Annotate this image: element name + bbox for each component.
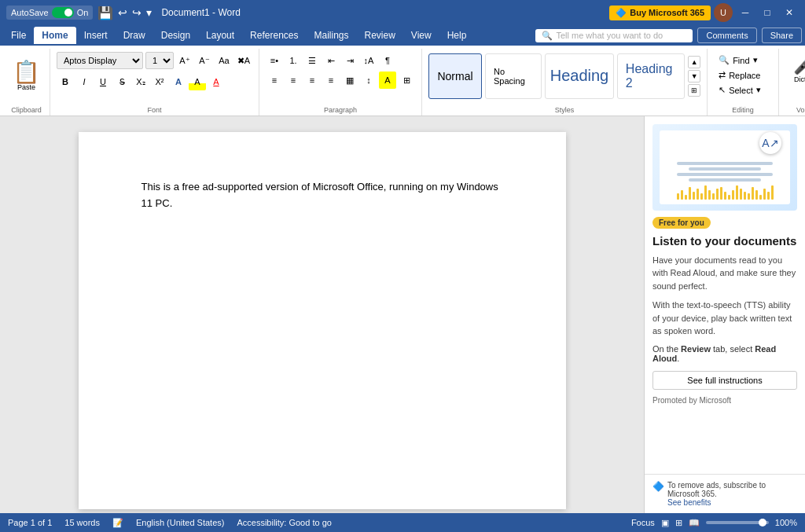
tab-help[interactable]: Help bbox=[439, 27, 475, 44]
buy-button[interactable]: 🔷 Buy Microsoft 365 bbox=[609, 6, 711, 20]
redo-icon[interactable]: ↪ bbox=[132, 6, 142, 19]
style-normal[interactable]: Normal bbox=[428, 53, 482, 99]
font-face-select[interactable]: Aptos Display bbox=[57, 52, 143, 69]
styles-expand[interactable]: ⊞ bbox=[688, 84, 700, 97]
clear-format-button[interactable]: ✖A bbox=[235, 52, 252, 69]
document-content[interactable]: This is a free ad-supported version of M… bbox=[142, 179, 503, 212]
tab-design[interactable]: Design bbox=[153, 27, 198, 44]
style-no-spacing[interactable]: No Spacing bbox=[485, 53, 542, 99]
style-heading1[interactable]: Heading bbox=[545, 53, 614, 99]
ad-line-2 bbox=[689, 167, 761, 171]
ribbon-toolbar: 📋 Paste Clipboard Aptos Display 15 A⁺ A⁻… bbox=[0, 46, 805, 116]
panel-ad: A↗ Free for you Listen to your documents… bbox=[645, 116, 805, 474]
dictate-label: Dictate bbox=[794, 75, 805, 83]
tab-home[interactable]: Home bbox=[34, 27, 75, 44]
tab-view[interactable]: View bbox=[403, 27, 439, 44]
decrease-indent-button[interactable]: ⇤ bbox=[322, 52, 340, 69]
font-size-select[interactable]: 15 bbox=[145, 52, 174, 69]
border-button[interactable]: ⊞ bbox=[398, 72, 415, 89]
save-icon[interactable]: 💾 bbox=[97, 6, 113, 20]
document-page[interactable]: This is a free ad-supported version of M… bbox=[79, 132, 566, 509]
style-heading2[interactable]: Heading 2 bbox=[617, 53, 685, 99]
footer-text: To remove ads, subscribe to Microsoft 36… bbox=[667, 481, 766, 498]
find-arrow: ▾ bbox=[753, 55, 758, 65]
text-highlight-button[interactable]: A bbox=[189, 73, 206, 90]
minimize-button[interactable]: ─ bbox=[736, 3, 755, 22]
undo-icon[interactable]: ↩ bbox=[118, 6, 127, 19]
select-icon: ↖ bbox=[719, 85, 726, 95]
voice-group: 🎤 Dictate bbox=[785, 49, 805, 88]
multilevel-button[interactable]: ☰ bbox=[303, 52, 321, 69]
comments-button[interactable]: Comments bbox=[697, 28, 756, 43]
paste-button[interactable]: 📋 Paste bbox=[9, 58, 43, 94]
replace-button[interactable]: ⇄ Replace bbox=[714, 68, 769, 82]
styles-scroll-down[interactable]: ▼ bbox=[688, 70, 700, 83]
customize-icon[interactable]: ▾ bbox=[146, 6, 152, 19]
autosave-toggle-on[interactable] bbox=[52, 7, 74, 18]
styles-scroll-up[interactable]: ▲ bbox=[688, 56, 700, 68]
document-area[interactable]: This is a free ad-supported version of M… bbox=[0, 116, 644, 513]
change-case-button[interactable]: Aa bbox=[215, 52, 233, 69]
close-button[interactable]: ✕ bbox=[780, 3, 799, 22]
replace-icon: ⇄ bbox=[719, 70, 726, 80]
zoom-percent[interactable]: 100% bbox=[775, 518, 797, 527]
tab-draw[interactable]: Draw bbox=[116, 27, 153, 44]
see-benefits-link[interactable]: See benefits bbox=[667, 498, 711, 507]
dictate-button[interactable]: 🎤 Dictate bbox=[788, 52, 805, 85]
clipboard-label: Clipboard bbox=[3, 106, 50, 114]
select-button[interactable]: ↖ Select ▾ bbox=[714, 83, 769, 97]
shading-button[interactable]: A bbox=[379, 72, 396, 89]
profile-icon[interactable]: U bbox=[714, 3, 733, 22]
align-center-button[interactable]: ≡ bbox=[285, 72, 302, 89]
grow-font-button[interactable]: A⁺ bbox=[176, 52, 193, 69]
tab-mailings[interactable]: Mailings bbox=[306, 27, 356, 44]
share-button[interactable]: Share bbox=[762, 28, 802, 43]
tab-file[interactable]: File bbox=[3, 27, 34, 44]
italic-button[interactable]: I bbox=[75, 73, 93, 90]
increase-indent-button[interactable]: ⇥ bbox=[341, 52, 358, 69]
search-box[interactable]: 🔍 Tell me what you want to do bbox=[535, 29, 693, 42]
justify-button[interactable]: ≡ bbox=[322, 72, 340, 89]
line-spacing-button[interactable]: ↕ bbox=[360, 72, 377, 89]
maximize-button[interactable]: □ bbox=[758, 3, 777, 22]
ribbon-group-clipboard: 📋 Paste Clipboard bbox=[3, 49, 50, 116]
shrink-font-button[interactable]: A⁻ bbox=[196, 52, 213, 69]
microsoft-icon: 🔷 bbox=[652, 481, 664, 492]
strikethrough-button[interactable]: S̶ bbox=[113, 73, 130, 90]
sort-button[interactable]: ↕A bbox=[360, 52, 377, 69]
styles-label: Styles bbox=[422, 106, 707, 114]
view-normal-icon[interactable]: ▣ bbox=[661, 518, 669, 528]
tab-references[interactable]: References bbox=[242, 27, 306, 44]
autosave-toggle[interactable]: AutoSave On bbox=[6, 6, 93, 20]
font-color-button[interactable]: A bbox=[208, 73, 225, 90]
text-effects-button[interactable]: A bbox=[170, 73, 187, 90]
zoom-slider[interactable] bbox=[706, 521, 769, 524]
view-read-icon[interactable]: 📖 bbox=[689, 518, 700, 528]
paragraph-label: Paragraph bbox=[259, 106, 421, 114]
tab-review[interactable]: Review bbox=[357, 27, 403, 44]
ribbon-tabs: File Home Insert Draw Design Layout Refe… bbox=[0, 25, 805, 46]
ribbon-group-styles: Normal No Spacing Heading Heading 2 ▲ ▼ … bbox=[422, 49, 708, 116]
tab-insert[interactable]: Insert bbox=[76, 27, 116, 44]
track-changes-icon: 📝 bbox=[112, 518, 123, 528]
ribbon-group-paragraph: ≡• 1. ☰ ⇤ ⇥ ↕A ¶ ≡ ≡ ≡ ≡ ▦ ↕ A ⊞ Paragra… bbox=[259, 49, 422, 116]
ribbon-search-area: 🔍 Tell me what you want to do Comments S… bbox=[535, 28, 802, 43]
align-right-button[interactable]: ≡ bbox=[303, 72, 321, 89]
tab-layout[interactable]: Layout bbox=[198, 27, 242, 44]
focus-label[interactable]: Focus bbox=[631, 518, 655, 527]
find-button[interactable]: 🔍 Find ▾ bbox=[714, 53, 769, 67]
bullets-button[interactable]: ≡• bbox=[266, 52, 283, 69]
find-label: Find bbox=[733, 56, 749, 65]
superscript-button[interactable]: X² bbox=[151, 73, 168, 90]
bold-button[interactable]: B bbox=[57, 73, 74, 90]
view-web-icon[interactable]: ⊞ bbox=[675, 518, 682, 528]
numbering-button[interactable]: 1. bbox=[285, 52, 302, 69]
see-instructions-button[interactable]: See full instructions bbox=[652, 371, 797, 390]
subscript-button[interactable]: X₂ bbox=[132, 73, 149, 90]
show-formatting-button[interactable]: ¶ bbox=[379, 52, 396, 69]
underline-button[interactable]: U bbox=[94, 73, 112, 90]
panel-body1: Have your documents read to you with Rea… bbox=[652, 254, 797, 293]
column-button[interactable]: ▦ bbox=[341, 72, 358, 89]
align-left-button[interactable]: ≡ bbox=[266, 72, 283, 89]
title-bar-right: 🔷 Buy Microsoft 365 U ─ □ ✕ bbox=[609, 3, 799, 22]
